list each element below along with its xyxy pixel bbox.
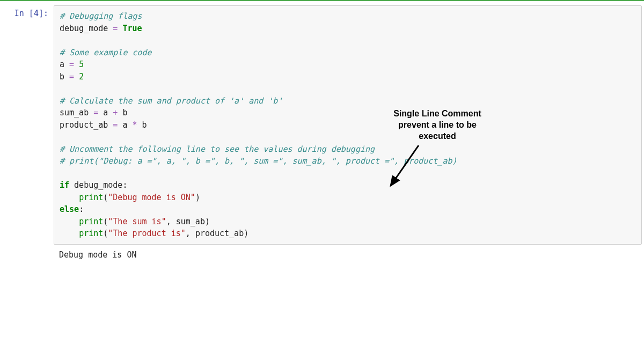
comment-line: # Calculate the sum and product of 'a' a… xyxy=(60,96,282,106)
comment-line: # Some example code xyxy=(60,48,152,57)
output-cell: Debug mode is ON xyxy=(0,248,644,262)
svg-line-1 xyxy=(391,145,419,186)
code-input[interactable]: # Debugging flags debug_mode = True # So… xyxy=(54,5,642,245)
comment-line: # Debugging flags xyxy=(60,11,142,21)
callout-annotation: Single Line Comment prevent a line to be… xyxy=(370,108,504,142)
annotation-line2: prevent a line to be xyxy=(370,120,504,131)
stdout-output: Debug mode is ON xyxy=(54,248,142,262)
code-cell: In [4]: # Debugging flags debug_mode = T… xyxy=(0,1,644,245)
annotation-line3: executed xyxy=(370,131,504,142)
output-prompt-spacer xyxy=(0,248,54,262)
arrow-icon xyxy=(381,143,445,191)
prompt-label: In [4]: xyxy=(14,9,48,18)
annotation-line1: Single Line Comment xyxy=(370,108,504,120)
comment-line: # Uncomment the following line to see th… xyxy=(60,144,375,154)
input-prompt: In [4]: xyxy=(0,5,54,18)
